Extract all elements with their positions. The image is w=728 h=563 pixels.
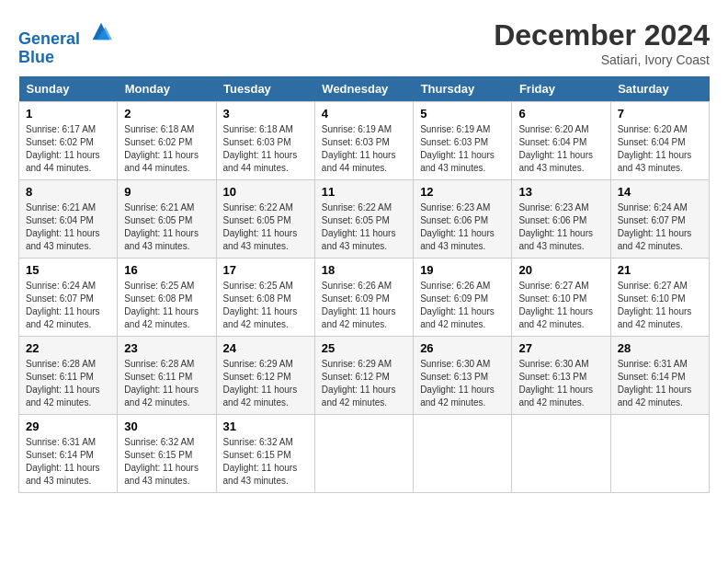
calendar-day-cell: 5Sunrise: 6:19 AMSunset: 6:03 PMDaylight… [414, 102, 512, 180]
day-number: 5 [420, 107, 505, 121]
day-header-friday: Friday [512, 76, 610, 102]
logo-icon [88, 18, 114, 44]
day-number: 16 [124, 263, 209, 277]
day-info: Sunrise: 6:30 AMSunset: 6:13 PMDaylight:… [420, 358, 505, 409]
calendar-day-cell: 4Sunrise: 6:19 AMSunset: 6:03 PMDaylight… [314, 102, 413, 180]
calendar-day-cell: 29Sunrise: 6:31 AMSunset: 6:14 PMDayligh… [19, 415, 118, 493]
day-info: Sunrise: 6:31 AMSunset: 6:14 PMDaylight:… [618, 358, 702, 409]
page-header: General Blue December 2024 Satiari, Ivor… [18, 18, 710, 67]
day-number: 25 [322, 341, 406, 355]
calendar-day-cell [414, 415, 512, 493]
day-number: 6 [518, 107, 603, 121]
calendar-day-cell: 20Sunrise: 6:27 AMSunset: 6:10 PMDayligh… [512, 259, 610, 337]
day-info: Sunrise: 6:26 AMSunset: 6:09 PMDaylight:… [420, 280, 505, 331]
calendar-table: SundayMondayTuesdayWednesdayThursdayFrid… [18, 76, 710, 493]
calendar-day-cell: 3Sunrise: 6:18 AMSunset: 6:03 PMDaylight… [216, 102, 314, 180]
day-info: Sunrise: 6:29 AMSunset: 6:12 PMDaylight:… [322, 358, 406, 409]
calendar-day-cell: 30Sunrise: 6:32 AMSunset: 6:15 PMDayligh… [118, 415, 216, 493]
day-header-monday: Monday [118, 76, 216, 102]
day-info: Sunrise: 6:21 AMSunset: 6:04 PMDaylight:… [26, 201, 110, 253]
day-number: 10 [223, 185, 308, 199]
calendar-day-cell: 21Sunrise: 6:27 AMSunset: 6:10 PMDayligh… [610, 259, 709, 337]
day-number: 1 [26, 107, 110, 121]
day-info: Sunrise: 6:27 AMSunset: 6:10 PMDaylight:… [618, 280, 702, 331]
day-info: Sunrise: 6:28 AMSunset: 6:11 PMDaylight:… [124, 358, 209, 409]
day-number: 19 [420, 263, 505, 277]
day-number: 2 [124, 107, 209, 121]
day-info: Sunrise: 6:28 AMSunset: 6:11 PMDaylight:… [26, 358, 110, 409]
calendar-day-cell [314, 415, 413, 493]
logo: General Blue [18, 18, 114, 67]
day-info: Sunrise: 6:21 AMSunset: 6:05 PMDaylight:… [124, 201, 209, 253]
day-number: 18 [322, 263, 406, 277]
calendar-day-cell: 22Sunrise: 6:28 AMSunset: 6:11 PMDayligh… [19, 337, 118, 415]
day-info: Sunrise: 6:25 AMSunset: 6:08 PMDaylight:… [223, 280, 308, 331]
day-info: Sunrise: 6:19 AMSunset: 6:03 PMDaylight:… [322, 123, 406, 175]
day-number: 31 [223, 419, 308, 433]
day-number: 15 [26, 263, 110, 277]
day-info: Sunrise: 6:25 AMSunset: 6:08 PMDaylight:… [124, 280, 209, 331]
day-number: 24 [223, 341, 308, 355]
calendar-week-row: 22Sunrise: 6:28 AMSunset: 6:11 PMDayligh… [19, 337, 710, 415]
day-info: Sunrise: 6:23 AMSunset: 6:06 PMDaylight:… [518, 201, 603, 253]
day-info: Sunrise: 6:17 AMSunset: 6:02 PMDaylight:… [26, 123, 110, 175]
calendar-day-cell: 26Sunrise: 6:30 AMSunset: 6:13 PMDayligh… [414, 337, 512, 415]
day-number: 26 [420, 341, 505, 355]
calendar-day-cell [610, 415, 709, 493]
calendar-day-cell: 31Sunrise: 6:32 AMSunset: 6:15 PMDayligh… [216, 415, 314, 493]
calendar-week-row: 15Sunrise: 6:24 AMSunset: 6:07 PMDayligh… [19, 259, 710, 337]
calendar-day-cell: 16Sunrise: 6:25 AMSunset: 6:08 PMDayligh… [118, 259, 216, 337]
day-number: 23 [124, 341, 209, 355]
calendar-day-cell: 27Sunrise: 6:30 AMSunset: 6:13 PMDayligh… [512, 337, 610, 415]
logo-blue: Blue [18, 49, 114, 67]
calendar-day-cell: 19Sunrise: 6:26 AMSunset: 6:09 PMDayligh… [414, 259, 512, 337]
day-number: 3 [223, 107, 308, 121]
day-info: Sunrise: 6:18 AMSunset: 6:03 PMDaylight:… [223, 123, 308, 175]
day-number: 29 [26, 419, 110, 433]
calendar-day-cell [512, 415, 610, 493]
calendar-day-cell: 15Sunrise: 6:24 AMSunset: 6:07 PMDayligh… [19, 259, 118, 337]
day-number: 7 [618, 107, 702, 121]
title-block: December 2024 Satiari, Ivory Coast [494, 18, 710, 67]
logo-text: General [18, 18, 114, 49]
day-info: Sunrise: 6:24 AMSunset: 6:07 PMDaylight:… [26, 280, 110, 331]
day-info: Sunrise: 6:32 AMSunset: 6:15 PMDaylight:… [124, 436, 209, 488]
calendar-day-cell: 6Sunrise: 6:20 AMSunset: 6:04 PMDaylight… [512, 102, 610, 180]
day-header-wednesday: Wednesday [314, 76, 413, 102]
calendar-day-cell: 7Sunrise: 6:20 AMSunset: 6:04 PMDaylight… [610, 102, 709, 180]
calendar-day-cell: 9Sunrise: 6:21 AMSunset: 6:05 PMDaylight… [118, 180, 216, 259]
calendar-day-cell: 11Sunrise: 6:22 AMSunset: 6:05 PMDayligh… [314, 180, 413, 259]
calendar-day-cell: 28Sunrise: 6:31 AMSunset: 6:14 PMDayligh… [610, 337, 709, 415]
calendar-day-cell: 14Sunrise: 6:24 AMSunset: 6:07 PMDayligh… [610, 180, 709, 259]
calendar-day-cell: 18Sunrise: 6:26 AMSunset: 6:09 PMDayligh… [314, 259, 413, 337]
day-number: 12 [420, 185, 505, 199]
location-subtitle: Satiari, Ivory Coast [494, 52, 710, 67]
day-number: 9 [124, 185, 209, 199]
day-info: Sunrise: 6:26 AMSunset: 6:09 PMDaylight:… [322, 280, 406, 331]
day-header-sunday: Sunday [19, 76, 118, 102]
day-number: 4 [322, 107, 406, 121]
day-number: 8 [26, 185, 110, 199]
day-number: 14 [618, 185, 702, 199]
day-number: 21 [618, 263, 702, 277]
day-info: Sunrise: 6:22 AMSunset: 6:05 PMDaylight:… [223, 201, 308, 253]
day-number: 28 [618, 341, 702, 355]
month-title: December 2024 [494, 18, 710, 52]
day-info: Sunrise: 6:29 AMSunset: 6:12 PMDaylight:… [223, 358, 308, 409]
day-number: 22 [26, 341, 110, 355]
day-info: Sunrise: 6:19 AMSunset: 6:03 PMDaylight:… [420, 123, 505, 175]
logo-general: General [18, 29, 80, 48]
day-info: Sunrise: 6:18 AMSunset: 6:02 PMDaylight:… [124, 123, 209, 175]
day-info: Sunrise: 6:22 AMSunset: 6:05 PMDaylight:… [322, 201, 406, 253]
day-number: 11 [322, 185, 406, 199]
day-number: 27 [518, 341, 603, 355]
calendar-day-cell: 23Sunrise: 6:28 AMSunset: 6:11 PMDayligh… [118, 337, 216, 415]
calendar-week-row: 1Sunrise: 6:17 AMSunset: 6:02 PMDaylight… [19, 102, 710, 180]
calendar-day-cell: 24Sunrise: 6:29 AMSunset: 6:12 PMDayligh… [216, 337, 314, 415]
day-info: Sunrise: 6:24 AMSunset: 6:07 PMDaylight:… [618, 201, 702, 253]
day-number: 20 [518, 263, 603, 277]
day-info: Sunrise: 6:32 AMSunset: 6:15 PMDaylight:… [223, 436, 308, 488]
day-info: Sunrise: 6:23 AMSunset: 6:06 PMDaylight:… [420, 201, 505, 253]
calendar-day-cell: 1Sunrise: 6:17 AMSunset: 6:02 PMDaylight… [19, 102, 118, 180]
calendar-day-cell: 13Sunrise: 6:23 AMSunset: 6:06 PMDayligh… [512, 180, 610, 259]
